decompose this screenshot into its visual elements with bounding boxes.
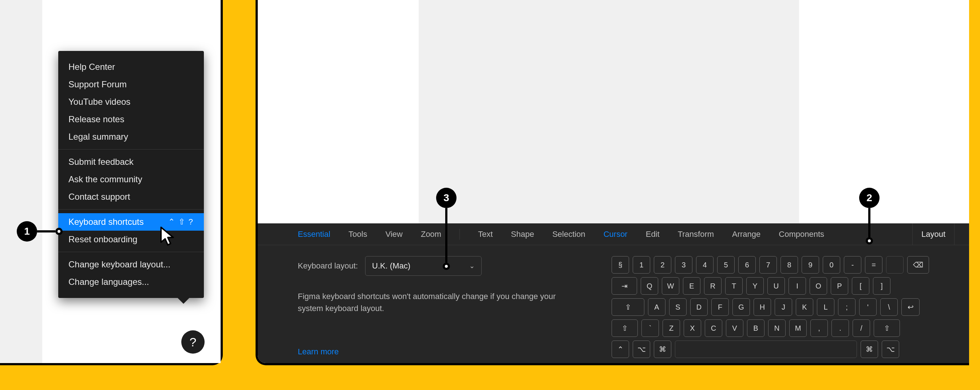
- menu-item-label: Release notes: [68, 114, 124, 124]
- key-H: H: [754, 298, 771, 316]
- key-T: T: [725, 277, 743, 295]
- menu-item-legal-summary[interactable]: Legal summary: [58, 128, 204, 146]
- keyboard-shortcuts-panel: Essential Tools View Zoom Text Shape Sel…: [258, 224, 969, 363]
- key-E: E: [683, 277, 700, 295]
- menu-item-ask-the-community[interactable]: Ask the community: [58, 171, 204, 188]
- key-V: V: [726, 319, 743, 337]
- key-N: N: [768, 319, 786, 337]
- key-G: G: [732, 298, 750, 316]
- help-button-label: ?: [190, 335, 197, 349]
- menu-item-support-forum[interactable]: Support Forum: [58, 76, 204, 93]
- left-screenshot-panel: Help CenterSupport ForumYouTube videosRe…: [0, 0, 223, 365]
- key-R: R: [704, 277, 722, 295]
- key-2: 2: [654, 256, 671, 274]
- tab-components[interactable]: Components: [779, 230, 824, 239]
- menu-item-label: Reset onboarding: [68, 234, 137, 244]
- menu-item-label: Keyboard shortcuts: [68, 217, 144, 227]
- key-⌃: ⌃: [612, 341, 629, 358]
- key-I: I: [789, 277, 806, 295]
- key-`: `: [641, 319, 659, 337]
- key-X: X: [684, 319, 701, 337]
- menu-item-label: Help Center: [68, 62, 115, 72]
- key-A: A: [648, 298, 665, 316]
- key-⇧: ⇧: [874, 319, 900, 337]
- menu-item-help-center[interactable]: Help Center: [58, 58, 204, 76]
- key-[: [: [852, 277, 869, 295]
- key-1: 1: [633, 256, 650, 274]
- learn-more-link[interactable]: Learn more: [298, 347, 339, 357]
- key-Z: Z: [663, 319, 680, 337]
- key-W: W: [662, 277, 679, 295]
- tab-arrange[interactable]: Arrange: [732, 230, 760, 239]
- menu-item-label: Contact support: [68, 192, 130, 202]
- key-M: M: [789, 319, 807, 337]
- key-F: F: [711, 298, 729, 316]
- menu-item-shortcut: ⌃ ⇧ ?: [168, 217, 194, 227]
- key-=: =: [865, 256, 883, 274]
- tab-cursor[interactable]: Cursor: [604, 230, 628, 239]
- key-Y: Y: [746, 277, 764, 295]
- menu-item-contact-support[interactable]: Contact support: [58, 188, 204, 206]
- key-§: §: [612, 256, 629, 274]
- tab-tools[interactable]: Tools: [348, 230, 367, 239]
- chevron-down-icon: ⌄: [469, 262, 475, 270]
- key-⌘: ⌘: [654, 341, 671, 358]
- menu-item-submit-feedback[interactable]: Submit feedback: [58, 153, 204, 171]
- keyboard-layout-description: Figma keyboard shortcuts won't automatic…: [298, 290, 567, 314]
- menu-item-change-languages[interactable]: Change languages...: [58, 273, 204, 291]
- menu-item-label: Submit feedback: [68, 157, 134, 167]
- keyboard-layout-label: Keyboard layout:: [298, 261, 358, 271]
- right-screenshot-panel: Essential Tools View Zoom Text Shape Sel…: [256, 0, 969, 365]
- key-U: U: [767, 277, 785, 295]
- tab-edit[interactable]: Edit: [646, 230, 660, 239]
- key-5: 5: [717, 256, 735, 274]
- key--: -: [844, 256, 861, 274]
- keyboard-layout-select[interactable]: U.K. (Mac) ⌄: [365, 256, 482, 276]
- tab-shape[interactable]: Shape: [511, 230, 535, 239]
- tab-selection[interactable]: Selection: [552, 230, 585, 239]
- key-C: C: [705, 319, 722, 337]
- help-menu: Help CenterSupport ForumYouTube videosRe…: [58, 51, 204, 298]
- key-⌘: ⌘: [861, 341, 878, 358]
- key-4: 4: [696, 256, 714, 274]
- key-,: ,: [810, 319, 828, 337]
- key-D: D: [690, 298, 708, 316]
- menu-item-youtube-videos[interactable]: YouTube videos: [58, 93, 204, 111]
- tab-zoom[interactable]: Zoom: [421, 230, 441, 239]
- menu-item-release-notes[interactable]: Release notes: [58, 111, 204, 128]
- key-O: O: [810, 277, 827, 295]
- menu-item-reset-onboarding[interactable]: Reset onboarding: [58, 231, 204, 248]
- menu-item-label: Change keyboard layout...: [68, 259, 170, 270]
- key-6: 6: [738, 256, 756, 274]
- key-⌥: ⌥: [633, 341, 650, 358]
- shortcuts-tabs: Essential Tools View Zoom Text Shape Sel…: [258, 224, 969, 245]
- tab-layout[interactable]: Layout: [912, 224, 955, 245]
- menu-item-change-keyboard-layout[interactable]: Change keyboard layout...: [58, 256, 204, 273]
- key-7: 7: [759, 256, 777, 274]
- key-.: .: [832, 319, 849, 337]
- tab-text[interactable]: Text: [478, 230, 493, 239]
- key-J: J: [775, 298, 792, 316]
- key-;: ;: [838, 298, 856, 316]
- key-⌥: ⌥: [882, 341, 899, 358]
- key-/: /: [853, 319, 870, 337]
- help-button[interactable]: ?: [181, 330, 205, 354]
- key-↩: ↩: [901, 298, 920, 316]
- tab-transform[interactable]: Transform: [678, 230, 714, 239]
- menu-item-label: YouTube videos: [68, 97, 130, 107]
- key-Q: Q: [641, 277, 658, 295]
- key-9: 9: [802, 256, 819, 274]
- tab-essential[interactable]: Essential: [298, 230, 330, 239]
- canvas-gray-area: [418, 0, 799, 225]
- key-S: S: [669, 298, 687, 316]
- menu-item-keyboard-shortcuts[interactable]: Keyboard shortcuts ⌃ ⇧ ?: [58, 213, 204, 231]
- menu-item-label: Legal summary: [68, 132, 128, 142]
- key-L: L: [817, 298, 834, 316]
- key-B: B: [747, 319, 765, 337]
- key-0: 0: [823, 256, 840, 274]
- key-': ': [859, 298, 877, 316]
- key-blank: [886, 256, 904, 274]
- tab-view[interactable]: View: [385, 230, 402, 239]
- key-3: 3: [675, 256, 692, 274]
- key-\: \: [880, 298, 898, 316]
